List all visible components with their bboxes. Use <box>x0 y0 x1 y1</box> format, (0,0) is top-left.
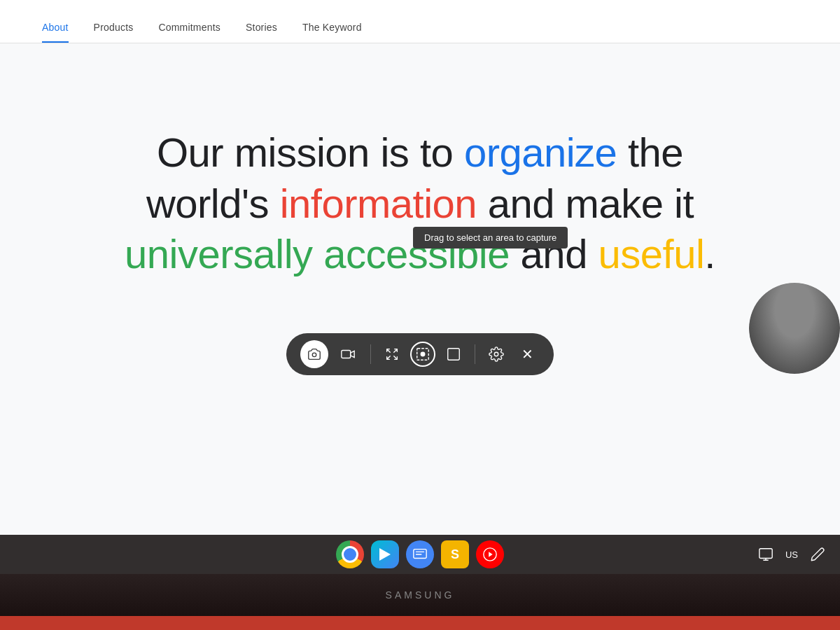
camera-icon <box>307 346 322 362</box>
person-head <box>749 283 840 374</box>
window-select-button[interactable] <box>441 342 466 367</box>
chrome-icon <box>336 540 364 568</box>
mission-line2: world's information and make it <box>125 178 715 230</box>
red-border <box>0 616 840 630</box>
nav-stories[interactable]: Stories <box>246 22 277 43</box>
mission-line1-organize: organize <box>464 130 617 175</box>
main-content: Our mission is to organize the world's i… <box>0 43 840 535</box>
taskbar-playstore[interactable] <box>371 540 399 568</box>
svg-point-0 <box>312 353 316 357</box>
screenshot-tray-icon[interactable] <box>755 543 777 566</box>
screenshot-button[interactable] <box>300 340 328 368</box>
stylus-icon[interactable] <box>806 543 829 566</box>
mission-line2-prefix: world's <box>146 181 280 226</box>
fullscreen-select-button[interactable] <box>379 342 405 367</box>
nav-products[interactable]: Products <box>94 22 134 43</box>
nav-commitments[interactable]: Commitments <box>158 22 220 43</box>
svg-point-3 <box>421 352 425 356</box>
svg-rect-6 <box>414 550 426 559</box>
svg-point-5 <box>494 352 498 356</box>
video-button[interactable] <box>334 340 362 368</box>
taskbar-messages[interactable] <box>406 540 434 568</box>
playstore-icon <box>371 540 399 568</box>
svg-rect-1 <box>342 351 351 358</box>
taskbar-ytmusic[interactable] <box>476 540 504 568</box>
slides-icon: S <box>441 540 469 568</box>
ytmusic-icon <box>476 540 504 568</box>
expand-icon <box>384 346 400 362</box>
chat-icon <box>412 547 428 562</box>
region-icon <box>415 346 430 362</box>
mission-line3-useful: useful <box>598 231 705 276</box>
video-icon <box>340 346 356 362</box>
svg-rect-4 <box>448 349 460 360</box>
taskbar: S US <box>0 535 840 574</box>
pen-icon <box>810 547 825 562</box>
close-button[interactable]: ✕ <box>514 342 540 367</box>
language-indicator[interactable]: US <box>785 550 798 560</box>
mission-line2-information: information <box>280 181 477 226</box>
nav-about[interactable]: About <box>42 22 69 43</box>
screen-capture-icon <box>758 547 774 562</box>
nav-keyword[interactable]: The Keyword <box>302 22 362 43</box>
mission-statement: Our mission is to organize the world's i… <box>125 127 715 280</box>
mission-line1-prefix: Our mission is to <box>157 130 464 175</box>
mission-line3-period: . <box>704 231 715 276</box>
separator-1 <box>370 344 371 364</box>
brand-label: SAMSUNG <box>386 589 455 601</box>
bottom-bezel: SAMSUNG <box>0 574 840 616</box>
capture-tooltip: Drag to select an area to capture <box>413 227 568 248</box>
mission-line1-suffix: the <box>617 130 683 175</box>
screen: About Products Commitments Stories The K… <box>0 0 840 630</box>
taskbar-chrome[interactable] <box>336 540 364 568</box>
taskbar-apps: S <box>336 540 504 568</box>
playstore-triangle-icon <box>377 546 393 563</box>
svg-rect-8 <box>760 549 772 559</box>
mission-line2-suffix: and make it <box>477 181 694 226</box>
taskbar-slides[interactable]: S <box>441 540 469 568</box>
play-icon <box>482 547 498 562</box>
navbar: About Products Commitments Stories The K… <box>0 0 840 43</box>
settings-button[interactable] <box>484 342 509 367</box>
separator-2 <box>475 344 475 364</box>
mission-line1: Our mission is to organize the <box>125 127 715 178</box>
gear-icon <box>489 346 504 362</box>
system-tray: US <box>755 543 829 566</box>
messages-icon <box>406 540 434 568</box>
capture-toolbar: ✕ <box>286 333 554 375</box>
window-icon <box>446 346 461 362</box>
region-select-button[interactable] <box>410 342 435 367</box>
person-image <box>749 283 840 374</box>
